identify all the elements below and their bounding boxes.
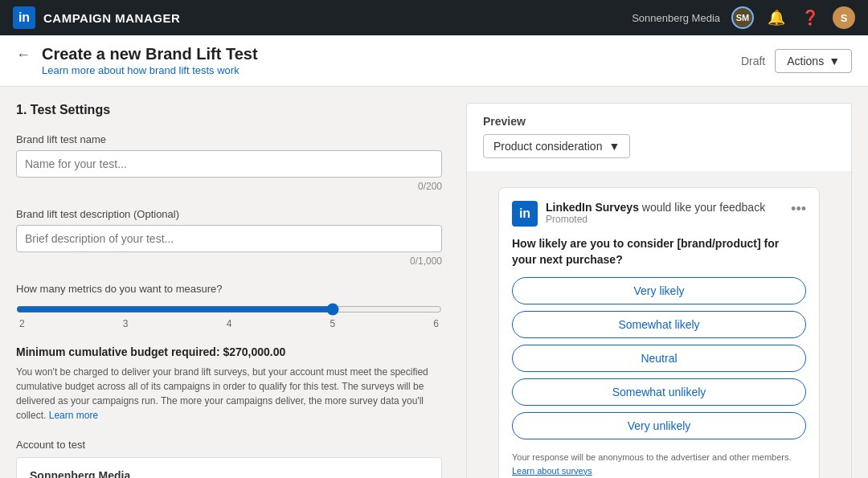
name-form-group: Brand lift test name 0/200 — [16, 133, 442, 192]
section-title: 1. Test Settings — [16, 103, 442, 117]
survey-option-very-unlikely[interactable]: Very unlikely — [512, 412, 806, 439]
budget-learn-more-link[interactable]: Learn more — [49, 410, 98, 421]
account-box: Sonnenberg Media — [16, 457, 442, 478]
survey-brand-name: LinkedIn Surveys would like your feedbac… — [546, 201, 765, 214]
actions-chevron-icon: ▼ — [829, 55, 840, 67]
subheader-left: ← Create a new Brand Lift Test Learn mor… — [16, 45, 258, 76]
account-icon[interactable]: SM — [731, 6, 754, 29]
learn-more-link[interactable]: Learn more about how brand lift tests wo… — [42, 64, 240, 76]
back-button[interactable]: ← — [16, 45, 31, 63]
survey-brand-text: LinkedIn Surveys would like your feedbac… — [546, 201, 765, 225]
topnav-left: in CAMPAIGN MANAGER — [13, 6, 180, 29]
help-icon[interactable]: ❓ — [799, 6, 821, 29]
right-panel: Preview Product consideration ▼ in Linke… — [466, 103, 852, 478]
slider-ticks: 2 3 4 5 6 — [16, 318, 442, 329]
account-section: Account to test Sonnenberg Media — [16, 439, 442, 478]
budget-note: You won't be charged to deliver your bra… — [16, 365, 442, 423]
subheader-right: Draft Actions ▼ — [741, 49, 852, 73]
preview-dropdown[interactable]: Product consideration ▼ — [483, 134, 630, 158]
metrics-slider[interactable] — [16, 303, 442, 316]
page-title: Create a new Brand Lift Test — [42, 45, 258, 63]
survey-footer: Your response will be anonymous to the a… — [512, 451, 806, 477]
survey-promoted-label: Promoted — [546, 214, 765, 225]
survey-card-header: in LinkedIn Surveys would like your feed… — [512, 201, 806, 227]
survey-brand-area: in LinkedIn Surveys would like your feed… — [512, 201, 765, 227]
actions-button[interactable]: Actions ▼ — [775, 49, 852, 73]
account-name: Sonnenberg Media — [30, 469, 428, 478]
account-label: Account to test — [16, 439, 442, 451]
profile-avatar[interactable]: S — [833, 6, 855, 29]
survey-question: How likely are you to consider [brand/pr… — [512, 236, 806, 268]
actions-label: Actions — [787, 55, 824, 67]
left-panel: 1. Test Settings Brand lift test name 0/… — [16, 103, 458, 478]
survey-option-somewhat-likely[interactable]: Somewhat likely — [512, 311, 806, 338]
main-content: 1. Test Settings Brand lift test name 0/… — [0, 87, 868, 478]
preview-dropdown-area: Product consideration ▼ — [467, 134, 851, 171]
desc-char-count: 0/1,000 — [16, 255, 442, 267]
survey-learn-more-link[interactable]: Learn about surveys — [512, 466, 592, 476]
name-char-count: 0/200 — [16, 181, 442, 192]
page-subheader: ← Create a new Brand Lift Test Learn mor… — [0, 35, 868, 87]
survey-options: Very likely Somewhat likely Neutral Some… — [512, 277, 806, 439]
desc-form-group: Brand lift test description (Optional) 0… — [16, 208, 442, 267]
topnav-right: Sonnenberg Media SM 🔔 ❓ S — [632, 6, 855, 29]
name-input[interactable] — [16, 150, 442, 178]
campaign-manager-label: CAMPAIGN MANAGER — [43, 11, 180, 25]
preview-dropdown-chevron-icon: ▼ — [608, 140, 620, 153]
linkedin-survey-icon: in — [512, 201, 538, 227]
preview-dropdown-label: Product consideration — [493, 140, 602, 153]
page-title-area: Create a new Brand Lift Test Learn more … — [42, 45, 258, 76]
notifications-icon[interactable]: 🔔 — [765, 6, 788, 29]
preview-header: Preview — [467, 104, 851, 134]
top-navigation: in CAMPAIGN MANAGER Sonnenberg Media SM … — [0, 0, 868, 35]
metrics-label: How many metrics do you want to measure? — [16, 283, 442, 295]
survey-more-options-icon[interactable]: ••• — [791, 201, 806, 218]
survey-card: in LinkedIn Surveys would like your feed… — [498, 187, 820, 478]
metrics-slider-section: How many metrics do you want to measure?… — [16, 283, 442, 329]
draft-status: Draft — [741, 55, 765, 67]
survey-option-very-likely[interactable]: Very likely — [512, 277, 806, 304]
desc-input[interactable] — [16, 225, 442, 252]
user-name-label: Sonnenberg Media — [632, 12, 720, 24]
name-label: Brand lift test name — [16, 133, 442, 145]
survey-preview-area: in LinkedIn Surveys would like your feed… — [467, 171, 851, 478]
min-budget-label: Minimum cumulative budget required: $270… — [16, 345, 442, 358]
survey-option-somewhat-unlikely[interactable]: Somewhat unlikely — [512, 378, 806, 406]
desc-label: Brand lift test description (Optional) — [16, 208, 442, 220]
survey-option-neutral[interactable]: Neutral — [512, 345, 806, 372]
linkedin-logo: in — [13, 6, 35, 29]
